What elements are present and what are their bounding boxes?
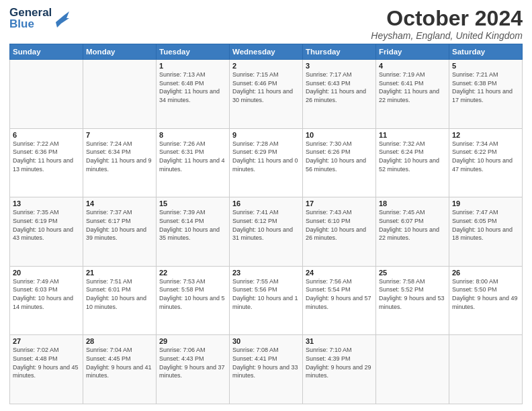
day-info: Sunrise: 7:45 AMSunset: 6:07 PMDaylight:… [379, 208, 446, 242]
day-cell: 4Sunrise: 7:19 AMSunset: 6:41 PMDaylight… [376, 60, 449, 129]
day-cell: 12Sunrise: 7:34 AMSunset: 6:22 PMDayligh… [449, 128, 523, 197]
column-header-monday: Monday [83, 44, 157, 60]
day-number: 25 [379, 269, 446, 277]
day-info: Sunrise: 7:26 AMSunset: 6:31 PMDaylight:… [159, 140, 226, 173]
day-number: 7 [86, 131, 153, 139]
day-number: 6 [13, 131, 80, 139]
day-info: Sunrise: 7:30 AMSunset: 6:26 PMDaylight:… [306, 140, 373, 173]
day-info: Sunrise: 7:43 AMSunset: 6:10 PMDaylight:… [306, 208, 373, 242]
svg-marker-0 [56, 11, 69, 28]
day-info: Sunrise: 7:24 AMSunset: 6:34 PMDaylight:… [86, 140, 153, 173]
day-number: 2 [232, 62, 300, 70]
day-cell: 14Sunrise: 7:37 AMSunset: 6:17 PMDayligh… [83, 197, 157, 267]
day-info: Sunrise: 7:34 AMSunset: 6:22 PMDaylight:… [452, 140, 519, 173]
day-number: 28 [86, 337, 153, 345]
day-number: 30 [232, 337, 300, 345]
day-number: 4 [379, 62, 446, 70]
day-number: 16 [232, 199, 300, 208]
day-cell: 15Sunrise: 7:39 AMSunset: 6:14 PMDayligh… [157, 197, 230, 267]
day-number: 8 [159, 131, 226, 139]
header-row: SundayMondayTuesdayWednesdayThursdayFrid… [10, 44, 523, 60]
day-cell: 10Sunrise: 7:30 AMSunset: 6:26 PMDayligh… [303, 128, 376, 197]
day-cell: 24Sunrise: 7:56 AMSunset: 5:54 PMDayligh… [303, 266, 376, 335]
day-number: 9 [232, 131, 300, 139]
logo-bird-icon [54, 9, 69, 28]
calendar-body: 1Sunrise: 7:13 AMSunset: 6:48 PMDaylight… [10, 60, 523, 404]
day-info: Sunrise: 7:17 AMSunset: 6:43 PMDaylight:… [306, 71, 373, 104]
day-info: Sunrise: 7:04 AMSunset: 4:45 PMDaylight:… [86, 346, 153, 379]
day-cell: 21Sunrise: 7:51 AMSunset: 6:01 PMDayligh… [83, 266, 157, 335]
day-cell: 22Sunrise: 7:53 AMSunset: 5:58 PMDayligh… [157, 266, 230, 335]
day-cell: 5Sunrise: 7:21 AMSunset: 6:38 PMDaylight… [449, 60, 523, 129]
day-number: 13 [13, 199, 80, 208]
day-number: 23 [232, 269, 300, 277]
day-info: Sunrise: 7:06 AMSunset: 4:43 PMDaylight:… [159, 346, 226, 379]
column-header-thursday: Thursday [303, 44, 376, 60]
day-number: 31 [306, 337, 373, 345]
day-cell [83, 60, 157, 129]
day-info: Sunrise: 8:00 AMSunset: 5:50 PMDaylight:… [452, 277, 519, 311]
header: General Blue October 2024 Heysham, Engla… [9, 7, 523, 41]
day-info: Sunrise: 7:02 AMSunset: 4:48 PMDaylight:… [13, 346, 80, 379]
day-cell: 3Sunrise: 7:17 AMSunset: 6:43 PMDaylight… [303, 60, 376, 129]
day-number: 3 [306, 62, 373, 70]
day-info: Sunrise: 7:49 AMSunset: 6:03 PMDaylight:… [13, 277, 80, 311]
day-info: Sunrise: 7:58 AMSunset: 5:52 PMDaylight:… [379, 277, 446, 311]
day-cell: 8Sunrise: 7:26 AMSunset: 6:31 PMDaylight… [157, 128, 230, 197]
title-block: October 2024 Heysham, England, United Ki… [371, 7, 523, 41]
column-header-saturday: Saturday [449, 44, 523, 60]
day-cell: 11Sunrise: 7:32 AMSunset: 6:24 PMDayligh… [376, 128, 449, 197]
day-number: 22 [159, 269, 226, 277]
day-cell: 2Sunrise: 7:15 AMSunset: 6:46 PMDaylight… [230, 60, 303, 129]
day-number: 12 [452, 131, 519, 139]
day-cell: 28Sunrise: 7:04 AMSunset: 4:45 PMDayligh… [83, 335, 157, 404]
day-number: 15 [159, 199, 226, 208]
day-info: Sunrise: 7:56 AMSunset: 5:54 PMDaylight:… [306, 277, 373, 311]
day-number: 5 [452, 62, 519, 70]
day-number: 11 [379, 131, 446, 139]
day-cell: 18Sunrise: 7:45 AMSunset: 6:07 PMDayligh… [376, 197, 449, 267]
day-cell [10, 60, 83, 129]
day-info: Sunrise: 7:51 AMSunset: 6:01 PMDaylight:… [86, 277, 153, 311]
day-number: 27 [13, 337, 80, 345]
logo-blue: Blue [9, 18, 52, 30]
day-cell: 19Sunrise: 7:47 AMSunset: 6:05 PMDayligh… [449, 197, 523, 267]
day-number: 24 [306, 269, 373, 277]
week-row-3: 13Sunrise: 7:35 AMSunset: 6:19 PMDayligh… [10, 197, 523, 267]
day-cell: 6Sunrise: 7:22 AMSunset: 6:36 PMDaylight… [10, 128, 83, 197]
week-row-4: 20Sunrise: 7:49 AMSunset: 6:03 PMDayligh… [10, 266, 523, 335]
location: Heysham, England, United Kingdom [371, 30, 523, 41]
day-info: Sunrise: 7:21 AMSunset: 6:38 PMDaylight:… [452, 71, 519, 104]
day-number: 21 [86, 269, 153, 277]
day-number: 17 [306, 199, 373, 208]
day-cell [376, 335, 449, 404]
day-number: 26 [452, 269, 519, 277]
day-cell: 30Sunrise: 7:08 AMSunset: 4:41 PMDayligh… [230, 335, 303, 404]
day-cell [449, 335, 523, 404]
day-cell: 16Sunrise: 7:41 AMSunset: 6:12 PMDayligh… [230, 197, 303, 267]
week-row-1: 1Sunrise: 7:13 AMSunset: 6:48 PMDaylight… [10, 60, 523, 129]
day-info: Sunrise: 7:10 AMSunset: 4:39 PMDaylight:… [306, 346, 373, 379]
day-cell: 20Sunrise: 7:49 AMSunset: 6:03 PMDayligh… [10, 266, 83, 335]
week-row-5: 27Sunrise: 7:02 AMSunset: 4:48 PMDayligh… [10, 335, 523, 404]
logo: General Blue [9, 7, 69, 30]
day-cell: 26Sunrise: 8:00 AMSunset: 5:50 PMDayligh… [449, 266, 523, 335]
day-info: Sunrise: 7:13 AMSunset: 6:48 PMDaylight:… [159, 71, 226, 104]
day-cell: 23Sunrise: 7:55 AMSunset: 5:56 PMDayligh… [230, 266, 303, 335]
column-header-wednesday: Wednesday [230, 44, 303, 60]
day-info: Sunrise: 7:53 AMSunset: 5:58 PMDaylight:… [159, 277, 226, 311]
day-cell: 31Sunrise: 7:10 AMSunset: 4:39 PMDayligh… [303, 335, 376, 404]
column-header-tuesday: Tuesday [157, 44, 230, 60]
day-number: 29 [159, 337, 226, 345]
day-info: Sunrise: 7:55 AMSunset: 5:56 PMDaylight:… [232, 277, 300, 311]
day-info: Sunrise: 7:35 AMSunset: 6:19 PMDaylight:… [13, 208, 80, 242]
day-info: Sunrise: 7:32 AMSunset: 6:24 PMDaylight:… [379, 140, 446, 173]
day-cell: 29Sunrise: 7:06 AMSunset: 4:43 PMDayligh… [157, 335, 230, 404]
day-number: 10 [306, 131, 373, 139]
day-cell: 17Sunrise: 7:43 AMSunset: 6:10 PMDayligh… [303, 197, 376, 267]
calendar-table: SundayMondayTuesdayWednesdayThursdayFrid… [9, 44, 523, 404]
day-number: 1 [159, 62, 226, 70]
calendar-header: SundayMondayTuesdayWednesdayThursdayFrid… [10, 44, 523, 60]
day-number: 20 [13, 269, 80, 277]
day-number: 19 [452, 199, 519, 208]
